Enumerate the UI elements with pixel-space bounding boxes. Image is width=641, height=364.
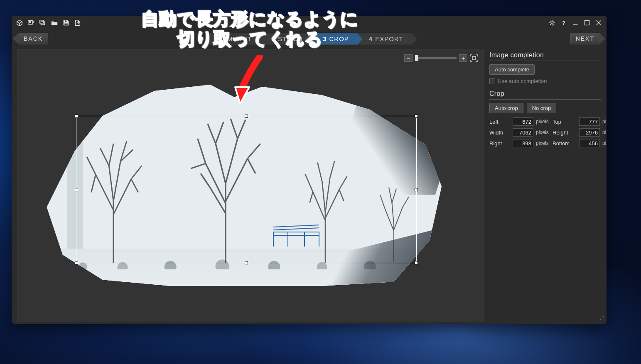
zoom-slider[interactable] bbox=[415, 57, 457, 59]
crop-values-grid: Left pixels Top pixels Width pixels Heig… bbox=[489, 117, 601, 147]
canvas-area[interactable]: − + bbox=[17, 49, 484, 322]
back-label: BACK bbox=[24, 35, 43, 42]
svg-line-18 bbox=[273, 228, 319, 230]
zoom-controls: − + bbox=[404, 54, 478, 62]
zoom-fit-button[interactable] bbox=[470, 54, 478, 62]
crop-height-label: Height bbox=[553, 129, 577, 136]
no-crop-button[interactable]: No crop bbox=[527, 103, 557, 113]
crop-left-input[interactable] bbox=[513, 117, 533, 126]
app-window: ? BACK 1 IMPORT 2 STITCH bbox=[12, 16, 607, 324]
window-resize-grip[interactable]: ⋰ bbox=[600, 317, 605, 322]
svg-rect-12 bbox=[472, 56, 476, 60]
package-icon[interactable] bbox=[16, 19, 23, 27]
step-crop[interactable]: 3 CROP bbox=[311, 33, 357, 44]
step-stitch[interactable]: 2 STITCH bbox=[260, 33, 312, 44]
crop-right-input[interactable] bbox=[513, 139, 533, 147]
crop-width-input[interactable] bbox=[513, 128, 533, 137]
close-icon[interactable] bbox=[595, 19, 602, 27]
workflow-steps: 1 IMPORT 2 STITCH 3 CROP 4 EXPORT bbox=[52, 33, 567, 44]
crop-top-input[interactable] bbox=[579, 117, 600, 126]
crop-top-label: Top bbox=[553, 119, 577, 125]
next-button[interactable]: NEXT bbox=[570, 33, 600, 44]
crop-width-label: Width bbox=[489, 129, 511, 136]
svg-line-19 bbox=[273, 225, 319, 227]
unit: pixels bbox=[602, 129, 607, 135]
svg-rect-4 bbox=[64, 20, 66, 22]
step-export[interactable]: 4 EXPORT bbox=[357, 33, 412, 44]
svg-rect-13 bbox=[273, 232, 319, 235]
zoom-slider-thumb[interactable] bbox=[415, 55, 418, 61]
crop-bottom-label: Bottom bbox=[553, 140, 577, 147]
back-button[interactable]: BACK bbox=[18, 33, 48, 44]
auto-complete-button[interactable]: Auto complete bbox=[489, 64, 535, 75]
export-icon[interactable] bbox=[74, 19, 81, 27]
use-auto-completion-checkbox[interactable] bbox=[489, 78, 495, 84]
crop-heading: Crop bbox=[489, 90, 601, 100]
main-area: − + bbox=[12, 47, 607, 324]
crop-bottom-input[interactable] bbox=[579, 139, 600, 147]
zoom-in-button[interactable]: + bbox=[459, 54, 467, 62]
next-label: NEXT bbox=[576, 35, 594, 42]
unit: pixels bbox=[602, 119, 607, 125]
svg-point-1 bbox=[29, 21, 31, 23]
svg-point-6 bbox=[551, 22, 553, 24]
unit: pixels bbox=[536, 119, 551, 125]
svg-rect-9 bbox=[585, 21, 589, 25]
unit: pixels bbox=[536, 140, 551, 146]
maximize-icon[interactable] bbox=[583, 19, 591, 27]
use-auto-completion-row[interactable]: Use auto completion bbox=[489, 78, 601, 84]
help-icon[interactable]: ? bbox=[560, 19, 567, 27]
auto-crop-button[interactable]: Auto crop bbox=[489, 103, 523, 113]
titlebar: ? bbox=[12, 16, 607, 30]
zoom-out-button[interactable]: − bbox=[404, 54, 413, 62]
import-images-icon[interactable] bbox=[27, 19, 35, 27]
crop-left-label: Left bbox=[489, 119, 511, 125]
panorama-image bbox=[43, 78, 442, 286]
settings-icon[interactable] bbox=[548, 19, 556, 27]
minimize-icon[interactable] bbox=[572, 19, 579, 27]
side-panel: Image completion Auto complete Use auto … bbox=[484, 47, 607, 324]
image-completion-heading: Image completion bbox=[489, 51, 601, 61]
workflow-nav: BACK 1 IMPORT 2 STITCH 3 CROP 4 EXPORT N… bbox=[12, 30, 607, 47]
open-icon[interactable] bbox=[51, 19, 58, 27]
save-icon[interactable] bbox=[62, 19, 70, 27]
crop-height-input[interactable] bbox=[579, 128, 600, 137]
step-import[interactable]: 1 IMPORT bbox=[207, 33, 260, 44]
crop-right-label: Right bbox=[489, 140, 511, 147]
svg-text:?: ? bbox=[562, 20, 565, 26]
unit: pixels bbox=[536, 129, 551, 135]
svg-rect-5 bbox=[64, 23, 68, 25]
use-auto-completion-label: Use auto completion bbox=[498, 78, 547, 84]
unit: pixels bbox=[602, 140, 607, 146]
import-folder-icon[interactable] bbox=[39, 19, 47, 27]
